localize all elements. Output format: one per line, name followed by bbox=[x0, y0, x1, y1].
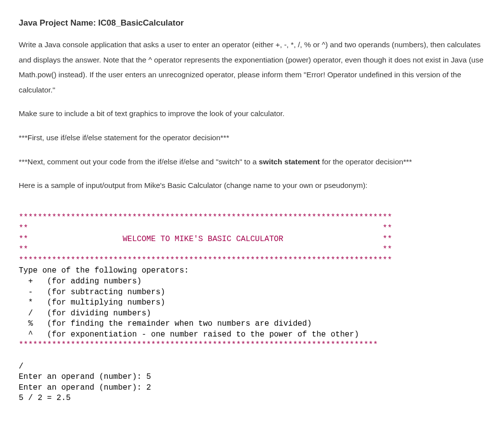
prompt-operators: Type one of the following operators: bbox=[19, 266, 189, 275]
user-input-operator: / bbox=[19, 362, 24, 371]
banner-mid: ****************************************… bbox=[19, 340, 378, 349]
paragraph-5: Here is a sample of input/output from Mi… bbox=[19, 178, 485, 193]
op-mod: % (for finding the remainder when two nu… bbox=[19, 319, 312, 328]
paragraph-4: ***Next, comment out your code from the … bbox=[19, 154, 485, 170]
project-title: Java Project Name: IC08_BasicCalculator bbox=[19, 15, 485, 31]
result-line: 5 / 2 = 2.5 bbox=[19, 394, 71, 402]
banner-row-2: ** WELCOME TO MIKE'S BASIC CALCULATOR ** bbox=[19, 235, 392, 244]
op-div: / (for dividing numbers) bbox=[19, 309, 151, 318]
op-sub: - (for subtracting numbers) bbox=[19, 288, 165, 297]
input-a: 5 bbox=[146, 372, 151, 381]
prompt-operand-b: Enter an operand (number): 2 bbox=[19, 383, 151, 392]
paragraph-3: ***First, use if/else if/else statement … bbox=[19, 130, 485, 146]
title-prefix: Java Project Name: bbox=[19, 18, 98, 28]
banner-row-3: ** ** bbox=[19, 245, 392, 254]
prompt-b-text: Enter an operand (number): bbox=[19, 383, 146, 392]
para4-bold: switch statement bbox=[259, 157, 320, 166]
op-pow: ^ (for exponentiation - one number raise… bbox=[19, 330, 359, 339]
input-b: 2 bbox=[146, 383, 151, 392]
prompt-operand-a: Enter an operand (number): 5 bbox=[19, 372, 151, 381]
prompt-a-text: Enter an operand (number): bbox=[19, 372, 146, 381]
op-add: + (for adding numbers) bbox=[19, 277, 142, 286]
title-name: IC08_BasicCalculator bbox=[98, 18, 184, 28]
banner-bottom: ****************************************… bbox=[19, 256, 392, 265]
banner-row-1: ** ** bbox=[19, 224, 392, 233]
para4-post: for the operator decision*** bbox=[320, 157, 412, 166]
banner-top: ****************************************… bbox=[19, 213, 392, 222]
console-output: ****************************************… bbox=[19, 202, 485, 404]
paragraph-1: Write a Java console application that as… bbox=[19, 37, 485, 97]
paragraph-2: Make sure to include a bit of text graph… bbox=[19, 106, 485, 122]
para4-pre: ***Next, comment out your code from the … bbox=[19, 157, 259, 166]
op-mul: * (for multiplying numbers) bbox=[19, 298, 165, 307]
